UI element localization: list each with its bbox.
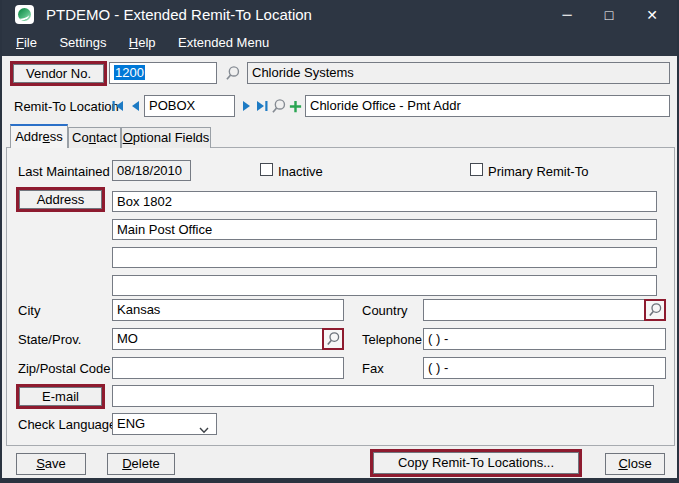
vendor-no-button-highlight: Vendor No. bbox=[10, 61, 107, 86]
title-bar: PTDEMO - Extended Remit-To Location ─ □ … bbox=[2, 0, 677, 30]
last-maintained-field: 08/18/2010 bbox=[112, 160, 191, 181]
fax-input[interactable]: ( ) - bbox=[423, 357, 666, 379]
delete-button[interactable]: Delete bbox=[107, 453, 175, 475]
sage-app-icon bbox=[15, 5, 34, 24]
state-prov-label: State/Prov. bbox=[18, 332, 81, 347]
primary-remit-to-label: Primary Remit-To bbox=[488, 164, 588, 179]
menu-bar: File Settings Help Extended Menu bbox=[2, 30, 677, 56]
address-line-2-input[interactable]: Main Post Office bbox=[112, 219, 657, 240]
check-language-label: Check Language bbox=[18, 417, 116, 432]
nav-prev-icon[interactable] bbox=[127, 98, 142, 114]
menu-file[interactable]: File bbox=[7, 30, 46, 56]
address-line-1-input[interactable]: Box 1802 bbox=[112, 191, 657, 212]
copy-remit-to-locations-button[interactable]: Copy Remit-To Locations... bbox=[373, 452, 579, 474]
check-language-value: ENG bbox=[117, 416, 145, 431]
vendor-no-input[interactable]: 1200 bbox=[109, 62, 217, 84]
remit-to-label: Remit-To Location bbox=[14, 99, 119, 114]
save-button[interactable]: Save bbox=[16, 453, 86, 475]
nav-last-icon[interactable] bbox=[254, 98, 269, 114]
last-maintained-label: Last Maintained bbox=[18, 164, 110, 179]
remit-to-search-icon[interactable] bbox=[269, 97, 287, 115]
address-line-3-input[interactable] bbox=[112, 247, 657, 268]
zip-postal-input[interactable] bbox=[112, 357, 344, 379]
maximize-icon[interactable]: □ bbox=[589, 0, 629, 30]
country-input[interactable] bbox=[423, 299, 666, 321]
telephone-input[interactable]: ( ) - bbox=[423, 328, 666, 350]
window-title: PTDEMO - Extended Remit-To Location bbox=[46, 6, 312, 23]
menu-help[interactable]: Help bbox=[120, 30, 165, 56]
nav-next-icon[interactable] bbox=[239, 98, 254, 114]
inactive-checkbox[interactable] bbox=[260, 163, 273, 176]
email-button[interactable]: E-mail bbox=[19, 387, 102, 406]
tab-optional-fields[interactable]: Optional Fields bbox=[121, 127, 211, 148]
menu-extended-menu[interactable]: Extended Menu bbox=[169, 30, 278, 56]
city-label: City bbox=[18, 303, 40, 318]
city-input[interactable]: Kansas bbox=[112, 299, 344, 321]
vendor-search-icon[interactable] bbox=[223, 64, 241, 82]
app-window: PTDEMO - Extended Remit-To Location ─ □ … bbox=[0, 0, 679, 483]
telephone-label: Telephone bbox=[362, 332, 422, 347]
remit-to-code-input[interactable]: POBOX bbox=[144, 95, 235, 117]
vendor-no-value: 1200 bbox=[114, 65, 145, 80]
check-language-select[interactable]: ENG bbox=[112, 413, 217, 435]
chevron-down-icon bbox=[199, 422, 209, 437]
state-prov-input[interactable]: MO bbox=[112, 328, 344, 350]
email-button-highlight: E-mail bbox=[16, 384, 105, 409]
email-input[interactable] bbox=[112, 385, 654, 407]
inactive-label: Inactive bbox=[278, 164, 323, 179]
address-line-4-input[interactable] bbox=[112, 275, 657, 296]
close-button[interactable]: Close bbox=[605, 453, 665, 475]
address-button-highlight: Address bbox=[16, 187, 105, 212]
vendor-name-field: Chloride Systems bbox=[247, 62, 670, 84]
copy-remit-to-highlight: Copy Remit-To Locations... bbox=[370, 449, 582, 477]
country-search-icon[interactable] bbox=[644, 299, 666, 321]
tab-contact[interactable]: Contact bbox=[68, 127, 121, 148]
minimize-icon[interactable]: ─ bbox=[547, 0, 587, 30]
vendor-no-button[interactable]: Vendor No. bbox=[13, 64, 104, 83]
remit-to-description-input[interactable]: Chloride Office - Pmt Addr bbox=[305, 95, 670, 117]
address-button[interactable]: Address bbox=[19, 190, 102, 209]
close-icon[interactable]: ✕ bbox=[632, 0, 672, 30]
fax-label: Fax bbox=[362, 361, 384, 376]
primary-remit-to-checkbox[interactable] bbox=[470, 163, 483, 176]
tab-address[interactable]: Address bbox=[10, 124, 68, 148]
menu-settings[interactable]: Settings bbox=[50, 30, 115, 56]
nav-first-icon[interactable] bbox=[110, 98, 125, 114]
state-prov-search-icon[interactable] bbox=[322, 328, 344, 350]
zip-postal-label: Zip/Postal Code bbox=[18, 361, 111, 376]
add-plus-icon[interactable] bbox=[287, 97, 303, 115]
country-label: Country bbox=[362, 303, 408, 318]
